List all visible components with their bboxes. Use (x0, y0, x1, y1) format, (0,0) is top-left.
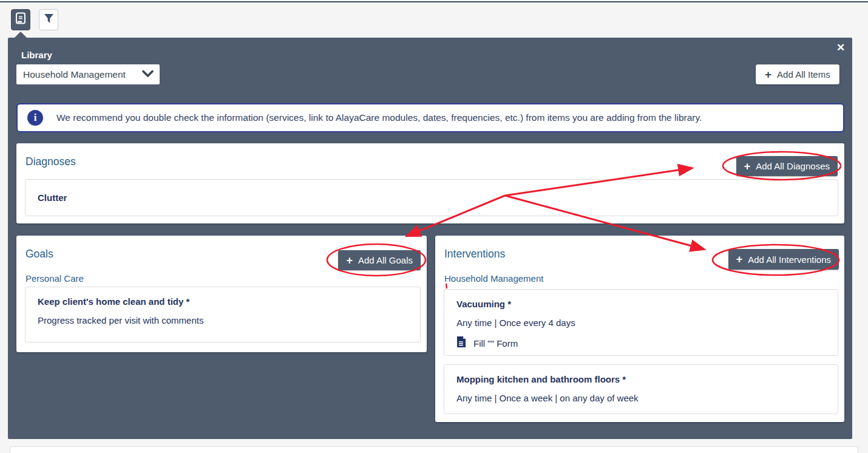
info-banner-text: We recommend you double check the inform… (56, 112, 702, 123)
goals-section: Goals + Add All Goals Personal Care Keep… (16, 236, 427, 352)
filter-button[interactable] (39, 9, 58, 30)
add-all-goals-label: Add All Goals (358, 255, 413, 265)
intervention-item-schedule: Any time | Once every 4 days (456, 318, 826, 328)
top-divider (0, 1, 868, 2)
diagnoses-section: Diagnoses + Add All Diagnoses Clutter (16, 143, 844, 223)
plus-icon: + (346, 255, 353, 266)
add-all-items-button[interactable]: + Add All Items (756, 64, 839, 84)
form-document-icon (456, 336, 466, 350)
interventions-section: Interventions + Add All Interventions Ho… (435, 236, 844, 422)
interventions-category-label: Household Management (444, 273, 543, 284)
plus-icon: + (744, 161, 751, 172)
diagnosis-item[interactable]: Clutter (25, 179, 838, 216)
filter-funnel-icon (44, 13, 54, 26)
add-all-goals-button[interactable]: + Add All Goals (338, 250, 421, 270)
plus-icon: + (765, 69, 771, 80)
add-all-items-label: Add All Items (777, 69, 830, 80)
library-toggle-button[interactable] (11, 9, 30, 30)
library-book-icon (15, 12, 26, 27)
goal-item-title: Keep client's home clean and tidy * (38, 296, 408, 307)
goal-item[interactable]: Keep client's home clean and tidy * Prog… (25, 287, 421, 342)
add-all-diagnoses-button[interactable]: + Add All Diagnoses (736, 156, 838, 176)
library-category-dropdown[interactable]: Household Management (16, 64, 160, 84)
intervention-item-schedule: Any time | Once a week | on any day of w… (456, 393, 826, 403)
plus-icon: + (736, 254, 743, 265)
add-all-interventions-label: Add All Interventions (748, 254, 831, 265)
panel-title: Library (21, 50, 52, 60)
add-all-diagnoses-label: Add All Diagnoses (756, 161, 830, 171)
add-all-interventions-button[interactable]: + Add All Interventions (728, 249, 839, 270)
panel-pointer-caret (15, 32, 27, 38)
intervention-form-link: Fill "" Form (473, 338, 518, 349)
interventions-title: Interventions (444, 248, 505, 261)
diagnoses-title: Diagnoses (25, 155, 76, 168)
info-icon: i (27, 110, 43, 126)
close-icon[interactable]: ✕ (836, 43, 845, 53)
goal-item-description: Progress tracked per visit with comments (38, 315, 408, 325)
chevron-down-icon (142, 69, 154, 80)
diagnosis-item-title: Clutter (38, 192, 67, 203)
dropdown-selected-value: Household Management (23, 69, 142, 80)
goals-title: Goals (25, 248, 53, 261)
intervention-item[interactable]: Vacuuming * Any time | Once every 4 days… (444, 289, 838, 356)
intervention-item-title: Vacuuming * (456, 299, 826, 309)
goals-category-label: Personal Care (25, 273, 84, 284)
intervention-item-title: Mopping kitchen and bathroom floors * (456, 374, 826, 384)
info-banner: i We recommend you double check the info… (16, 103, 844, 132)
intervention-item[interactable]: Mopping kitchen and bathroom floors * An… (444, 364, 838, 414)
next-section-edge (10, 446, 858, 453)
